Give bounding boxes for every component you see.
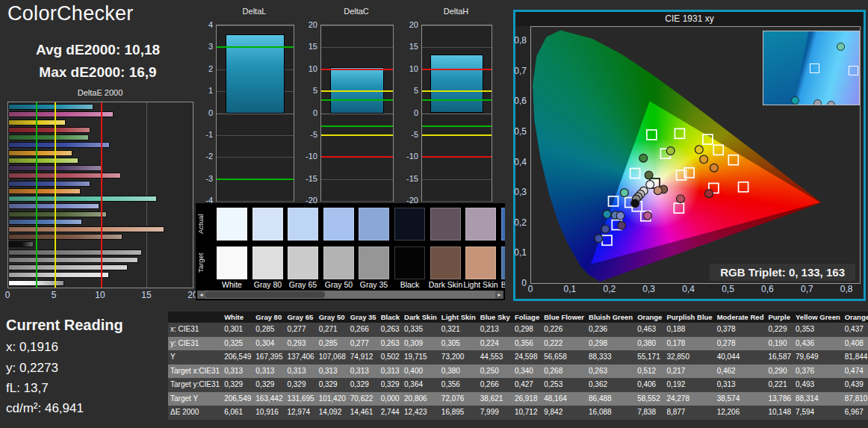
swatch-label: Black xyxy=(392,280,427,289)
table-cell: 163,442 xyxy=(253,392,285,406)
deltae-bar-gray-50 xyxy=(8,257,138,263)
swatch-target-black xyxy=(394,246,425,279)
swatch-scrollbar[interactable]: ◄ ► xyxy=(197,291,503,299)
table-cell: 101,420 xyxy=(317,392,348,406)
current-reading-title: Current Reading xyxy=(6,317,123,334)
current-reading-y: y: 0,2273 xyxy=(6,361,58,376)
swatch-scrollbar-thumb[interactable] xyxy=(205,291,325,298)
table-cell: 0,213 xyxy=(478,323,512,337)
table-cell: 0,313 xyxy=(379,365,402,379)
table-cell: 0,278 xyxy=(715,337,766,351)
measured-point-orange-yellow xyxy=(700,155,708,164)
table-cell: 38,574 xyxy=(715,392,766,406)
y-tick-label: -15 xyxy=(298,174,317,183)
column-header: Foliage xyxy=(512,311,542,323)
table-row: y: CIE310,3250,3040,2930,2850,2770,2630,… xyxy=(168,337,868,351)
table-cell: 0,502 xyxy=(379,350,402,365)
measured-point-red xyxy=(705,190,713,198)
swatch-label: Gray 50 xyxy=(321,280,356,289)
table-cell: 16,587 xyxy=(766,350,793,365)
measured-point-black xyxy=(631,199,639,208)
x-tick-label: 0,5 xyxy=(722,284,734,294)
swatch-comparison-panel: Actual Target WhiteGray 80Gray 65Gray 50… xyxy=(196,203,505,300)
table-cell: 0,364 xyxy=(402,378,439,392)
table-cell: 14,092 xyxy=(317,406,348,420)
y-tick-label: 2 xyxy=(193,64,213,73)
deltae-bar-blue-sky xyxy=(8,219,82,225)
table-cell: 0,380 xyxy=(635,337,664,351)
deltae-bar-orange xyxy=(8,188,81,194)
gridline xyxy=(217,114,294,114)
gridline xyxy=(321,201,393,202)
deltac-chart-title: DeltaC xyxy=(320,7,392,16)
table-cell: 88,333 xyxy=(586,350,635,365)
table-cell: 86,488 xyxy=(586,392,635,406)
table-cell: 48,164 xyxy=(542,392,586,406)
swatch-scroll-right-arrow[interactable]: ► xyxy=(495,291,503,299)
column-header: Dark Skin xyxy=(402,311,439,323)
table-cell: 0,437 xyxy=(843,323,868,337)
table-row: Target y:CIE310,3290,3290,3290,3290,3290… xyxy=(168,378,868,392)
swatch-actual-gray-35 xyxy=(359,208,389,241)
y-tick-label: 4 xyxy=(193,20,213,29)
measured-point-white xyxy=(646,181,654,189)
column-header: Gray 65 xyxy=(285,311,316,323)
table-cell: 16,088 xyxy=(586,406,635,420)
y-tick-label: 0 xyxy=(298,108,317,117)
y-tick-label: 0 xyxy=(521,278,527,288)
table-cell: 0,406 xyxy=(635,378,664,392)
swatch-row-label-target: Target xyxy=(196,246,205,279)
table-cell: 87,810 xyxy=(843,392,868,406)
deltae-bar-dark-skin xyxy=(8,234,123,240)
target-square-orange-yellow xyxy=(713,145,723,155)
table-cell: 0,329 xyxy=(348,378,379,392)
inset-point xyxy=(837,43,845,51)
measured-point-magenta xyxy=(644,211,652,220)
table-cell: 0,226 xyxy=(542,323,586,337)
table-cell: 12,974 xyxy=(285,406,316,420)
column-header: Blue Sky xyxy=(478,311,512,323)
swatch-target-blue-sky xyxy=(501,246,505,279)
deltae-bar-blue xyxy=(8,142,110,148)
table-cell: 24,278 xyxy=(664,392,714,406)
target-square-orange xyxy=(728,155,738,165)
table-cell: 0,512 xyxy=(635,365,664,379)
reference-line xyxy=(422,69,492,70)
column-header: Purple xyxy=(766,311,793,323)
reference-line xyxy=(321,99,393,101)
table-cell: 0,353 xyxy=(793,323,843,337)
rgb-triplet-badge: RGB Triplet: 0, 133, 163 xyxy=(710,264,855,281)
table-cell: 12,423 xyxy=(402,406,439,420)
measurement-table: WhiteGray 80Gray 65Gray 50Gray 35BlackDa… xyxy=(168,311,868,420)
deltae-chart-title: DeltaE 2000 xyxy=(7,88,193,97)
table-row: ΔE 20006,06110,91612,97414,09214,4612,74… xyxy=(168,406,868,420)
row-label: x: CIE31 xyxy=(168,323,222,337)
swatch-target-white xyxy=(217,246,247,279)
gridline xyxy=(321,47,393,48)
swatch-scroll-left-arrow[interactable]: ◄ xyxy=(197,291,205,299)
table-cell: 10,916 xyxy=(253,406,285,420)
x-tick-label: 0,1 xyxy=(564,284,577,294)
table-cell: 7,838 xyxy=(635,406,664,420)
table-cell: 58,552 xyxy=(635,392,664,406)
row-label: y: CIE31 xyxy=(168,337,222,351)
deltae-bar-bluish-green xyxy=(8,196,157,202)
table-row: x: CIE310,3010,2850,2770,2710,2660,2630,… xyxy=(168,323,868,337)
y-tick-label: -10 xyxy=(298,152,317,161)
current-reading-cdm2: cd/m²: 46,941 xyxy=(6,401,84,416)
swatch-row-label-actual: Actual xyxy=(196,208,205,241)
deltah-chart-title: DeltaH xyxy=(421,7,491,16)
swatch-actual-light-skin xyxy=(465,208,496,241)
table-cell: 0,313 xyxy=(285,365,316,379)
cie-y-axis: 00,10,20,30,40,50,60,70,8 xyxy=(515,26,528,282)
table-cell: 0,268 xyxy=(542,365,586,379)
table-cell: 0,436 xyxy=(793,337,843,351)
y-tick-label: -15 xyxy=(399,174,418,183)
table-cell: 0,380 xyxy=(439,365,478,379)
y-tick-label: 15 xyxy=(399,42,418,51)
table-cell: 0,285 xyxy=(253,323,285,337)
table-cell: 0,304 xyxy=(253,337,285,351)
table-cell: 7,999 xyxy=(478,406,512,420)
table-cell: 0,356 xyxy=(439,378,478,392)
row-label: Target y:CIE31 xyxy=(168,378,222,392)
